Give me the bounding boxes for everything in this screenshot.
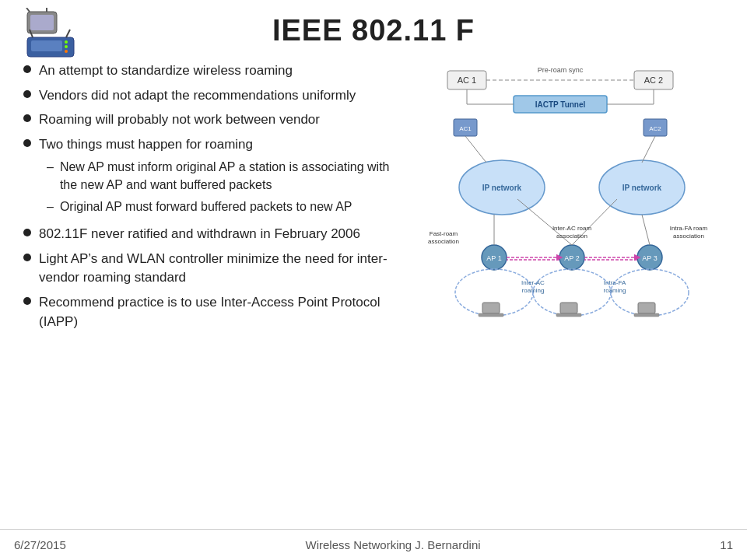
svg-text:roaming: roaming [522,287,545,294]
svg-line-10 [66,30,70,37]
content-left: An attempt to standardize wireless roami… [23,55,420,529]
sub-bullet-text: New AP must inform original AP a station… [60,158,405,194]
slide-body: An attempt to standardize wireless roami… [0,55,747,529]
svg-rect-5 [31,40,62,51]
bullet-item-0: An attempt to standardize wireless roami… [23,61,405,81]
bullet-dot [23,90,31,98]
svg-text:Inter-AC roam: Inter-AC roam [552,225,592,232]
svg-rect-50 [638,303,655,313]
svg-point-7 [65,45,68,48]
svg-text:IACTP Tunnel: IACTP Tunnel [535,100,586,109]
svg-rect-1 [30,15,54,30]
svg-text:AP 3: AP 3 [642,254,657,262]
svg-point-8 [65,50,68,53]
bullet-item-2: Roaming will probably not work between v… [23,110,405,130]
svg-text:AC 2: AC 2 [644,75,663,85]
bullet-text: Two things must happen for roaming–New A… [39,135,405,219]
bullet-dot [23,297,31,305]
sub-dash: – [47,158,54,176]
bullet-dot [23,65,31,73]
slide-header: IEEE 802.11 F [0,0,747,55]
svg-text:AP 1: AP 1 [486,254,501,262]
footer-page: 11 [720,538,733,551]
svg-point-6 [65,40,68,44]
content-right: AC 1 AC 2 Pre-roam sync IACTP Tunnel [420,55,724,529]
svg-text:AP 2: AP 2 [564,254,579,262]
svg-rect-47 [479,313,503,317]
svg-text:IP network: IP network [622,184,662,192]
svg-line-2 [26,8,30,12]
svg-text:AC 1: AC 1 [458,75,476,85]
svg-text:association: association [556,233,587,240]
bullet-text: An attempt to standardize wireless roami… [39,61,405,81]
svg-line-32 [642,136,655,163]
svg-text:AC2: AC2 [649,125,661,132]
bullet-dot [23,139,31,147]
svg-rect-46 [482,303,500,313]
bullet-item-6: Recommend practice is to use Inter-Acces… [23,293,405,331]
sub-bullet-item-3-1: –Original AP must forward buffered packe… [47,198,405,215]
bullet-item-5: Light AP’s and WLAN controller minimize … [23,250,405,288]
svg-text:IP network: IP network [482,184,522,192]
svg-text:association: association [428,238,459,245]
sub-dash: – [47,198,54,215]
slide: IEEE 802.11 F An attempt to standardize … [0,0,747,560]
footer-date: 6/27/2015 [14,538,66,551]
svg-text:Fast-roam: Fast-roam [430,230,458,237]
svg-text:AC1: AC1 [459,125,472,132]
bullet-dot [23,229,31,236]
bullet-text: Recommend practice is to use Inter-Acces… [39,293,405,331]
svg-line-41 [642,215,650,245]
svg-text:Inter-AC: Inter-AC [521,279,545,286]
svg-rect-48 [560,303,577,313]
sub-bullet-text: Original AP must forward buffered packet… [60,198,352,215]
bullet-text: Light AP’s and WLAN controller minimize … [39,250,405,288]
svg-text:association: association [673,233,704,240]
bullet-text: Vendors did not adapt the recommendation… [39,86,405,106]
slide-footer: 6/27/2015 Wireless Networking J. Bernard… [0,529,747,560]
bullet-item-4: 802.11F never ratified and withdrawn in … [23,225,405,244]
slide-title: IEEE 802.11 F [0,14,747,47]
svg-text:Intra-FA roam: Intra-FA roam [670,225,708,232]
svg-rect-51 [634,313,659,317]
bullet-text: Roaming will probably not work between v… [39,110,405,130]
sub-bullet-item-3-0: –New AP must inform original AP a statio… [47,158,405,194]
svg-text:Intra-FA: Intra-FA [604,279,626,286]
router-icon [23,8,93,62]
bullet-dot [23,254,31,261]
svg-text:roaming: roaming [604,287,626,294]
bullet-item-1: Vendors did not adapt the recommendation… [23,86,405,106]
bullet-text: 802.11F never ratified and withdrawn in … [39,225,405,244]
svg-rect-49 [556,313,581,317]
bullet-dot [23,114,31,122]
footer-title: Wireless Networking J. Bernardini [305,538,480,551]
network-diagram: AC 1 AC 2 Pre-roam sync IACTP Tunnel [424,63,720,359]
bullet-item-3: Two things must happen for roaming–New A… [23,135,405,219]
svg-text:Pre-roam sync: Pre-roam sync [538,66,584,74]
svg-line-31 [465,136,486,163]
bullet-list: An attempt to standardize wireless roami… [23,61,405,331]
